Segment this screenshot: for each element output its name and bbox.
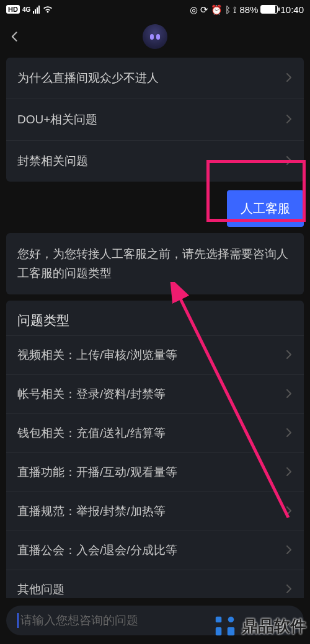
chevron-right-icon: [285, 465, 293, 479]
wifi-icon: [42, 5, 53, 14]
battery-percent: 88%: [239, 4, 258, 15]
watermark-text: 鼎品软件: [242, 615, 306, 637]
system-message: 您好，为您转接人工客服之前，请先选择需要咨询人工客服的问题类型: [6, 233, 304, 294]
input-cursor: [17, 613, 19, 628]
faq-label: 为什么直播间观众少不进人: [17, 70, 159, 86]
faq-row[interactable]: 为什么直播间观众少不进人: [6, 58, 304, 99]
status-bar: HD 4G ◎ ⟳ ⏰ ᛒ ⟟ 88% 10:40: [0, 0, 310, 19]
watermark: 鼎品软件: [213, 614, 306, 638]
sync-icon: ⟳: [200, 5, 208, 14]
category-label: 其他问题: [17, 581, 64, 598]
chevron-right-icon: [285, 154, 293, 168]
svg-rect-4: [228, 627, 234, 635]
bluetooth-icon: ᛒ: [225, 5, 231, 14]
category-row[interactable]: 直播规范：举报/封禁/加热等: [6, 492, 304, 531]
category-card: 问题类型 视频相关：上传/审核/浏览量等帐号相关：登录/资料/封禁等钱包相关：充…: [6, 301, 304, 609]
chevron-right-icon: [285, 426, 293, 440]
category-label: 帐号相关：登录/资料/封禁等: [17, 386, 166, 402]
svg-point-2: [228, 617, 234, 623]
clock-time: 10:40: [280, 4, 304, 15]
faq-label: DOU+相关问题: [17, 112, 97, 128]
category-row[interactable]: 钱包相关：充值/送礼/结算等: [6, 413, 304, 452]
chevron-right-icon: [285, 348, 293, 362]
chevron-right-icon: [285, 505, 293, 518]
user-message-row: 人工客服: [6, 190, 304, 227]
category-label: 直播功能：开播/互动/观看量等: [17, 464, 177, 480]
faq-row[interactable]: 封禁相关问题: [6, 140, 304, 182]
location-icon: ⟟: [233, 5, 237, 14]
assistant-avatar: [143, 24, 167, 49]
category-label: 钱包相关：充值/送礼/结算等: [17, 425, 166, 441]
faq-card: 为什么直播间观众少不进人DOU+相关问题封禁相关问题: [6, 58, 304, 182]
signal-icon: [33, 6, 40, 14]
chevron-right-icon: [285, 387, 293, 401]
hd-badge: HD: [6, 5, 20, 14]
battery-icon: [260, 5, 278, 14]
category-title: 问题类型: [6, 312, 304, 335]
back-button[interactable]: [9, 19, 21, 55]
status-left: HD 4G: [6, 5, 53, 14]
input-placeholder: 请输入您想咨询的问题: [20, 612, 138, 629]
faq-row[interactable]: DOU+相关问题: [6, 99, 304, 140]
category-label: 视频相关：上传/审核/浏览量等: [17, 347, 177, 363]
category-label: 直播规范：举报/封禁/加热等: [17, 503, 166, 519]
chevron-right-icon: [285, 71, 293, 85]
svg-rect-1: [216, 617, 222, 623]
network-indicator: 4G: [22, 6, 30, 13]
watermark-logo-icon: [213, 614, 237, 638]
faq-label: 封禁相关问题: [17, 153, 88, 169]
header: [0, 19, 310, 55]
svg-rect-3: [216, 627, 222, 635]
category-row[interactable]: 视频相关：上传/审核/浏览量等: [6, 335, 304, 374]
eye-icon: ◎: [190, 5, 198, 14]
category-row[interactable]: 直播公会：入会/退会/分成比等: [6, 531, 304, 570]
alarm-icon: ⏰: [211, 5, 223, 14]
category-label: 直播公会：入会/退会/分成比等: [17, 542, 177, 558]
chevron-right-icon: [285, 544, 293, 557]
category-row[interactable]: 直播功能：开播/互动/观看量等: [6, 452, 304, 492]
status-right: ◎ ⟳ ⏰ ᛒ ⟟ 88% 10:40: [190, 4, 304, 15]
user-message-bubble: 人工客服: [227, 190, 304, 227]
chevron-right-icon: [285, 113, 293, 126]
category-row[interactable]: 帐号相关：登录/资料/封禁等: [6, 374, 304, 413]
chevron-right-icon: [285, 583, 293, 596]
